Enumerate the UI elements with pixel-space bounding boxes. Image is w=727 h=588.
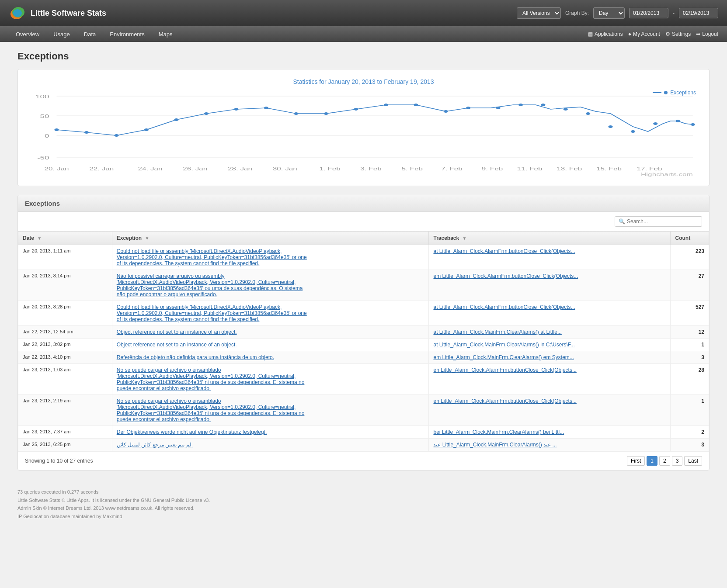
chart-dot: [324, 112, 328, 115]
svg-text:50: 50: [40, 114, 49, 119]
col-exception[interactable]: Exception ▼: [112, 232, 429, 245]
nav-my-account[interactable]: ● My Account: [628, 31, 660, 37]
traceback-link[interactable]: en Little_Alarm_Clock.AlarmFrm.buttonClo…: [433, 398, 576, 404]
traceback-link[interactable]: at Little_Alarm_Clock.AlarmFrm.buttonClo…: [433, 248, 575, 254]
chart-dot: [264, 107, 268, 109]
svg-text:13. Feb: 13. Feb: [557, 166, 582, 171]
exception-link[interactable]: Object reference not set to an instance …: [117, 329, 309, 335]
graph-by-label: Graph By:: [565, 10, 589, 16]
nav-settings[interactable]: ⚙ Settings: [665, 31, 691, 37]
legend-line: [653, 92, 661, 93]
pagination-last[interactable]: Last: [684, 456, 702, 466]
chart-dot: [691, 123, 695, 126]
cell-traceback: at Little_Alarm_Clock.MainFrm.ClearAlarm…: [429, 326, 671, 339]
chart-dot: [234, 108, 238, 111]
bar-chart-icon: ▤: [588, 31, 593, 37]
cell-count: 3: [671, 351, 709, 364]
chart-dot: [84, 131, 89, 134]
pagination-page-1[interactable]: 1: [647, 456, 657, 466]
chart-dot: [675, 120, 680, 122]
cell-exception: Referência de objeto não definida para u…: [112, 351, 429, 364]
chart-dot: [653, 122, 657, 125]
table-row: Jan 25, 2013, 6:25 pm لم يتم تعيين مرجع …: [18, 439, 709, 451]
exception-link[interactable]: لم يتم تعيين مرجع كائن لمثيل كائن.: [117, 442, 309, 448]
svg-text:0: 0: [45, 133, 49, 138]
exception-link[interactable]: Object reference not set to an instance …: [117, 342, 309, 348]
footer-queries: 73 queries executed in 0.277 seconds: [17, 488, 710, 496]
exceptions-table: Date ▼ Exception ▼ Traceback ▼ Count Jan…: [18, 231, 709, 451]
cell-date: Jan 20, 2013, 8:28 pm: [18, 301, 112, 326]
exception-link[interactable]: No se puede cargar el archivo o ensambla…: [117, 398, 309, 422]
nav-overview[interactable]: Overview: [9, 28, 46, 41]
chart-dot: [294, 112, 298, 115]
app-title: Little Software Stats: [31, 9, 106, 18]
traceback-link[interactable]: em Little_Alarm_Clock.MainFrm.ClearAlarm…: [433, 354, 574, 360]
traceback-link[interactable]: at Little_Alarm_Clock.MainFrm.ClearAlarm…: [433, 329, 561, 335]
chart-dot: [608, 125, 612, 128]
nav-maps[interactable]: Maps: [152, 28, 180, 41]
traceback-link[interactable]: en Little_Alarm_Clock.AlarmFrm.buttonClo…: [433, 367, 576, 373]
app-logo: [9, 4, 26, 22]
legend-dot: [664, 91, 668, 94]
cell-traceback: at Little_Alarm_Clock.AlarmFrm.buttonClo…: [429, 245, 671, 270]
search-icon: 🔍: [619, 218, 625, 225]
cell-date: Jan 23, 2013, 1:03 am: [18, 364, 112, 395]
svg-text:100: 100: [35, 94, 49, 99]
nav-usage[interactable]: Usage: [46, 28, 77, 41]
traceback-link[interactable]: عند Little_Alarm_Clock.MainFrm.ClearAlar…: [433, 442, 557, 448]
traceback-link[interactable]: at Little_Alarm_Clock.MainFrm.ClearAlarm…: [433, 342, 574, 348]
traceback-link[interactable]: bei Little_Alarm_Clock.MainFrm.ClearAlar…: [433, 429, 564, 435]
cell-traceback: عند Little_Alarm_Clock.MainFrm.ClearAlar…: [429, 439, 671, 451]
date-from-input[interactable]: [629, 8, 668, 18]
chart-svg: 100 50 0 -50: [27, 90, 700, 177]
table-search-row: 🔍: [18, 212, 709, 231]
exception-link[interactable]: Não foi possível carregar arquivo ou ass…: [117, 273, 309, 297]
svg-text:24. Jan: 24. Jan: [138, 166, 162, 171]
pagination-page-2[interactable]: 2: [659, 456, 670, 466]
logo-area: Little Software Stats: [9, 4, 106, 22]
traceback-link[interactable]: at Little_Alarm_Clock.AlarmFrm.buttonClo…: [433, 304, 575, 310]
table-header-row: Date ▼ Exception ▼ Traceback ▼ Count: [18, 232, 709, 245]
col-traceback[interactable]: Traceback ▼: [429, 232, 671, 245]
exception-link[interactable]: Referência de objeto não definida para u…: [117, 354, 309, 360]
navigation: Overview Usage Data Environments Maps ▤ …: [0, 26, 727, 42]
cell-traceback: at Little_Alarm_Clock.AlarmFrm.buttonClo…: [429, 301, 671, 326]
chart-container: Statistics for January 20, 2013 to Febru…: [18, 69, 709, 186]
nav-environments[interactable]: Environments: [103, 28, 151, 41]
search-input[interactable]: [627, 218, 698, 225]
exception-link[interactable]: Could not load file or assembly 'Microso…: [117, 248, 309, 266]
cell-date: Jan 22, 2013, 3:02 pm: [18, 339, 112, 351]
cell-exception: No se puede cargar el archivo o ensambla…: [112, 364, 429, 395]
exceptions-table-card: Exceptions 🔍 Date ▼ Exception ▼ Tracebac…: [17, 195, 710, 470]
version-select[interactable]: All Versions 1.0 2.0: [517, 7, 561, 19]
nav-logout[interactable]: ➡ Logout: [696, 31, 718, 37]
exception-link[interactable]: Could not load file or assembly 'Microso…: [117, 304, 309, 322]
exception-link[interactable]: No se puede cargar el archivo o ensambla…: [117, 367, 309, 391]
table-row: Jan 20, 2013, 8:28 pm Could not load fil…: [18, 301, 709, 326]
chart-dot: [586, 112, 590, 115]
nav-applications[interactable]: ▤ Applications: [588, 31, 623, 37]
header: Little Software Stats All Versions 1.0 2…: [0, 0, 727, 26]
pagination-first[interactable]: First: [627, 456, 645, 466]
svg-text:15. Feb: 15. Feb: [596, 166, 622, 171]
chart-dot: [414, 104, 418, 106]
cell-exception: Não foi possível carregar arquivo ou ass…: [112, 270, 429, 301]
footer-admin-skin: Admin Skin © Internet Dreams Ltd. 2013 w…: [17, 504, 710, 512]
svg-text:26. Jan: 26. Jan: [183, 166, 207, 171]
pagination-page-3[interactable]: 3: [672, 456, 683, 466]
cell-exception: Could not load file or assembly 'Microso…: [112, 301, 429, 326]
chart-dot: [444, 110, 448, 113]
cell-traceback: at Little_Alarm_Clock.MainFrm.ClearAlarm…: [429, 339, 671, 351]
traceback-link[interactable]: em Little_Alarm_Clock.AlarmFrm.buttonClo…: [433, 273, 578, 279]
nav-data[interactable]: Data: [77, 28, 103, 41]
chart-dot: [144, 128, 149, 131]
col-date[interactable]: Date ▼: [18, 232, 112, 245]
cell-count: 28: [671, 364, 709, 395]
svg-text:17. Feb: 17. Feb: [637, 166, 662, 171]
exception-link[interactable]: Der Objektverweis wurde nicht auf eine O…: [117, 429, 309, 435]
date-to-input[interactable]: [679, 8, 718, 18]
cell-exception: Could not load file or assembly 'Microso…: [112, 245, 429, 270]
chart-dot: [54, 128, 59, 131]
graph-by-select[interactable]: Day Week Month: [593, 7, 625, 19]
col-count[interactable]: Count: [671, 232, 709, 245]
